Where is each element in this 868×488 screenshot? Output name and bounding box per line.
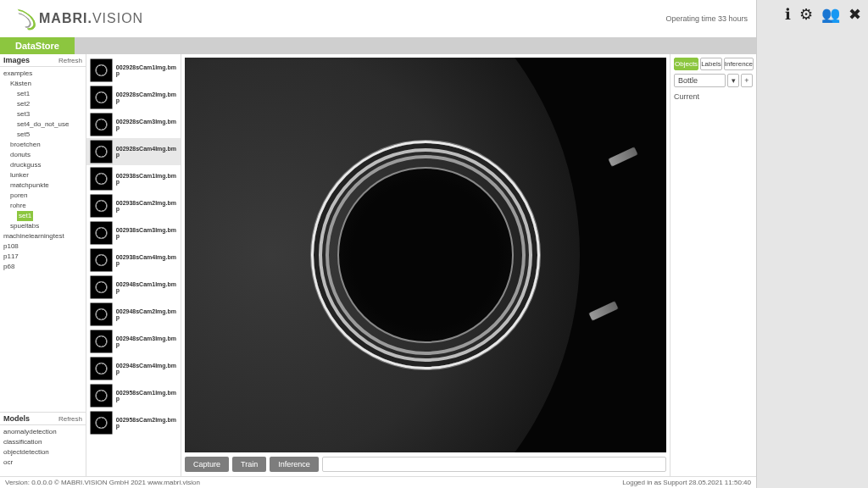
- thumbnail-column[interactable]: 002928sCam1Img.bmp002928sCam2Img.bmp0029…: [86, 54, 181, 476]
- thumbnail-image: [90, 140, 113, 164]
- system-panel: ℹ ⚙ 👥 ✖: [757, 0, 868, 488]
- tree-node[interactable]: p68: [3, 262, 84, 272]
- tree-node[interactable]: lunker: [3, 170, 84, 180]
- tree-node[interactable]: poren: [3, 191, 84, 201]
- thumbnail-name: 002948sCam1Img.bmp: [116, 281, 177, 293]
- thumbnail-item[interactable]: 002938sCam3Img.bmp: [86, 219, 181, 247]
- tree-node[interactable]: anomalydetection: [3, 427, 84, 437]
- capture-button[interactable]: Capture: [185, 457, 229, 472]
- thumbnail-image: [90, 275, 113, 299]
- thumbnail-image: [90, 194, 113, 218]
- current-label: Current: [674, 92, 753, 101]
- tree-node[interactable]: set5: [3, 130, 84, 140]
- tree-node[interactable]: set2: [3, 99, 84, 109]
- thumbnail-image: [90, 357, 113, 380]
- viewer-streak: [608, 147, 637, 166]
- info-icon[interactable]: ℹ: [785, 5, 791, 24]
- main: Images Refresh examplesKästenset1set2set…: [0, 54, 756, 476]
- models-tree[interactable]: anomalydetectionclassificationobjectdete…: [0, 425, 86, 476]
- module-bar: DataStore: [0, 37, 756, 54]
- thumbnail-name: 002938sCam3Img.bmp: [116, 227, 177, 239]
- thumbnail-item[interactable]: 002938sCam4Img.bmp: [86, 247, 181, 274]
- tree-node[interactable]: classification: [3, 437, 84, 447]
- tree-node[interactable]: examples: [3, 69, 84, 79]
- thumbnail-item[interactable]: 002958sCam1Img.bmp: [86, 382, 181, 409]
- train-button[interactable]: Train: [232, 457, 266, 472]
- thumbnail-image: [90, 248, 113, 272]
- image-viewer[interactable]: [185, 58, 666, 452]
- thumbnail-item[interactable]: 002928sCam2Img.bmp: [86, 84, 181, 111]
- thumbnail-item[interactable]: 002938sCam2Img.bmp: [86, 192, 181, 219]
- thumbnail-item[interactable]: 002948sCam4Img.bmp: [86, 355, 181, 382]
- images-tree[interactable]: examplesKästenset1set2set3set4_do_not_us…: [0, 67, 86, 412]
- thumbnail-item[interactable]: 002928sCam4Img.bmp: [86, 138, 181, 165]
- action-row: Capture Train Inference: [185, 452, 666, 473]
- tree-node[interactable]: set1: [3, 89, 84, 99]
- thumbnail-name: 002938sCam1Img.bmp: [116, 173, 177, 185]
- thumbnail-item[interactable]: 002958sCam2Img.bmp: [86, 409, 181, 436]
- thumbnail-image: [90, 167, 113, 191]
- tree-node[interactable]: objectdetection: [3, 447, 84, 458]
- tree-node[interactable]: rohre: [3, 201, 84, 211]
- thumbnail-name: 002958sCam2Img.bmp: [116, 417, 177, 429]
- models-refresh[interactable]: Refresh: [58, 415, 82, 423]
- logo-text: MABRI.VISION: [39, 11, 143, 26]
- thumbnail-name: 002948sCam2Img.bmp: [116, 308, 177, 320]
- tree-node[interactable]: druckguss: [3, 160, 84, 170]
- thumbnail-item[interactable]: 002938sCam1Img.bmp: [86, 165, 181, 192]
- thumbnail-image: [90, 86, 113, 109]
- thumbnail-image: [90, 302, 113, 326]
- thumbnail-item[interactable]: 002948sCam3Img.bmp: [86, 328, 181, 355]
- models-panel-head: Models Refresh: [0, 412, 86, 425]
- logo-text-a: MABRI.: [39, 11, 92, 25]
- thumbnail-name: 002928sCam3Img.bmp: [116, 119, 177, 130]
- thumbnail-item[interactable]: 002928sCam1Img.bmp: [86, 57, 181, 84]
- gear-icon[interactable]: ⚙: [799, 5, 813, 24]
- tab-labels[interactable]: Labels: [700, 58, 722, 70]
- action-input[interactable]: [322, 457, 666, 472]
- footer-left: Version: 0.0.0.0 © MABRI.VISION GmbH 202…: [5, 479, 200, 486]
- module-tab-datastore[interactable]: DataStore: [0, 37, 75, 54]
- tree-node[interactable]: p108: [3, 241, 84, 252]
- close-icon[interactable]: ✖: [849, 5, 861, 24]
- images-label: Images: [3, 56, 30, 64]
- operating-time: Operating time 33 hours: [665, 14, 748, 23]
- thumbnail-item[interactable]: 002948sCam1Img.bmp: [86, 274, 181, 301]
- inspector-panel: Objects Labels Inference Bottle ▾ + Curr…: [670, 54, 756, 476]
- thumbnail-image: [90, 58, 113, 82]
- viewer-streak: [589, 301, 619, 320]
- tree-node[interactable]: ocr: [3, 458, 84, 468]
- tree-node[interactable]: Kästen: [3, 79, 84, 89]
- tree-node[interactable]: spueltabs: [3, 221, 84, 231]
- thumbnail-item[interactable]: 002948sCam2Img.bmp: [86, 301, 181, 328]
- images-refresh[interactable]: Refresh: [58, 57, 82, 64]
- tree-node[interactable]: p117: [3, 252, 84, 262]
- thumbnail-image: [90, 411, 113, 435]
- tree-node[interactable]: set1: [3, 211, 84, 221]
- class-dropdown-icon[interactable]: ▾: [727, 74, 739, 87]
- thumbnail-image: [90, 221, 113, 245]
- inspector-tabs: Objects Labels Inference: [674, 58, 753, 70]
- thumbnail-item[interactable]: 002928sCam3Img.bmp: [86, 111, 181, 138]
- tab-objects[interactable]: Objects: [674, 58, 698, 70]
- thumbnail-image: [90, 113, 113, 136]
- logo: MABRI.VISION: [8, 8, 143, 29]
- tree-node[interactable]: donuts: [3, 150, 84, 160]
- tree-node[interactable]: machinelearningtest: [3, 231, 84, 241]
- center-pane: Capture Train Inference: [181, 54, 670, 476]
- thumbnail-name: 002928sCam2Img.bmp: [116, 92, 177, 103]
- tree-node[interactable]: set4_do_not_use: [3, 119, 84, 130]
- class-add-button[interactable]: +: [741, 74, 753, 87]
- class-select[interactable]: Bottle: [674, 74, 726, 87]
- header: MABRI.VISION Operating time 33 hours: [0, 0, 756, 37]
- tree-node[interactable]: set3: [3, 109, 84, 119]
- thumbnail-name: 002948sCam4Img.bmp: [116, 363, 177, 374]
- logo-text-b: VISION: [92, 11, 143, 25]
- tab-inference[interactable]: Inference: [724, 58, 754, 70]
- thumbnail-name: 002938sCam2Img.bmp: [116, 200, 177, 212]
- tree-node[interactable]: broetchen: [3, 140, 84, 150]
- users-icon[interactable]: 👥: [821, 5, 840, 24]
- inference-button[interactable]: Inference: [270, 457, 319, 472]
- models-label: Models: [3, 414, 30, 423]
- tree-node[interactable]: matchpunkte: [3, 180, 84, 191]
